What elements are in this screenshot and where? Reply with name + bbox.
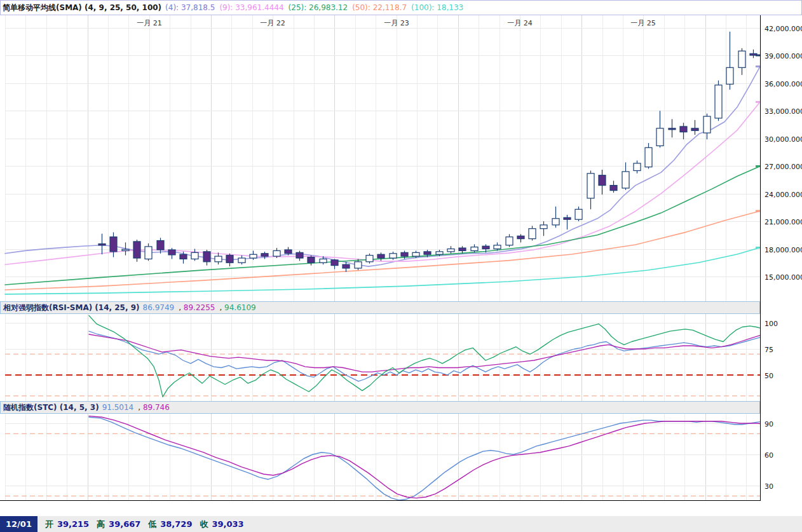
- svg-text:一月 24: 一月 24: [507, 19, 533, 27]
- candle-down: [377, 254, 384, 258]
- candle-up: [715, 85, 722, 118]
- candle-up: [215, 256, 222, 262]
- indicator-value: (100): 18,133: [411, 3, 463, 12]
- svg-text:一月 25: 一月 25: [630, 19, 656, 27]
- sma-line: [5, 211, 760, 290]
- status-bar: 12/01 开39,215高39,667低38,729收39,033: [0, 516, 802, 532]
- svg-text:30: 30: [765, 482, 773, 491]
- candle-down: [424, 252, 431, 254]
- trading-chart-window: 42,000.000039,000.000036,000.000033,000.…: [0, 0, 802, 532]
- ohlc-fields: 开39,215高39,667低38,729收39,033: [45, 519, 252, 530]
- sma-title: 简单移动平均线(SMA) (4, 9, 25, 50, 100): [3, 3, 161, 13]
- rsi-vgrid: [6, 314, 747, 401]
- rsi-line: [89, 331, 760, 381]
- svg-text:一月 21: 一月 21: [137, 19, 162, 27]
- candle-up: [320, 259, 327, 263]
- ohlc-label: 收: [200, 519, 208, 529]
- stc-hgrid: 906030: [5, 420, 773, 491]
- candle-up: [645, 147, 652, 167]
- candle-up: [540, 225, 547, 229]
- candle-down: [99, 244, 105, 245]
- svg-text:42,000.0000: 42,000.0000: [765, 25, 802, 33]
- indicator-value: 86.9749: [143, 303, 175, 312]
- stc-indicator-header: 随机指数(STC) (14, 5, 3) 91.5014, 89.746: [0, 401, 760, 414]
- price-vgrid: [6, 15, 747, 301]
- value-separator: ,: [179, 303, 184, 312]
- candle-down: [610, 186, 617, 191]
- candle-up: [494, 245, 501, 249]
- indicator-value: (50): 22,118.7: [352, 3, 407, 12]
- candle-up: [355, 262, 362, 268]
- svg-text:33,000.0000: 33,000.0000: [765, 107, 802, 116]
- stc-levels: [5, 433, 760, 496]
- candle-up: [366, 256, 373, 262]
- candle-up: [634, 163, 641, 171]
- candle-down: [285, 250, 292, 254]
- candle-down: [564, 217, 571, 219]
- ohlc-value: 39,667: [109, 519, 140, 529]
- rsi-line: [89, 316, 760, 397]
- candle-up: [587, 174, 594, 198]
- candle-up: [726, 67, 733, 84]
- svg-text:75: 75: [765, 346, 773, 354]
- candle-down: [691, 128, 698, 131]
- ohlc-label: 开: [45, 519, 53, 529]
- candle-up: [529, 229, 536, 239]
- candle-down: [401, 252, 408, 256]
- candle-down: [226, 256, 233, 263]
- stc-values: 91.5014, 89.746: [102, 403, 174, 412]
- ohlc-value: 39,215: [57, 519, 89, 529]
- rsi-values: 86.9749, 89.2255, 94.6109: [143, 303, 261, 312]
- candle-down: [261, 254, 268, 256]
- candle-down: [157, 241, 164, 250]
- candle-down: [110, 237, 117, 252]
- value-separator: ,: [138, 403, 143, 412]
- candle-down: [517, 236, 524, 238]
- svg-text:100: 100: [765, 320, 778, 328]
- candle-up: [703, 116, 710, 133]
- svg-text:21,000.0000: 21,000.0000: [765, 218, 802, 226]
- indicator-value: (4): 37,818.5: [165, 3, 215, 12]
- candle-up: [656, 128, 663, 146]
- x-axis-labels: 一月 21一月 22一月 23一月 24一月 25: [137, 19, 656, 27]
- stc-title: 随机指数(STC) (14, 5, 3): [3, 402, 99, 413]
- svg-text:50: 50: [765, 372, 773, 380]
- candle-down: [180, 254, 187, 259]
- rsi-hgrid: 1007550: [5, 320, 778, 380]
- rsi-title: 相对强弱指数(RSI-SMA) (14, 25, 9): [3, 303, 140, 313]
- candle-down: [343, 264, 350, 268]
- svg-text:24,000.0000: 24,000.0000: [765, 191, 802, 199]
- candle-down: [459, 248, 466, 250]
- svg-text:27,000.0000: 27,000.0000: [765, 163, 802, 171]
- svg-text:30,000.0000: 30,000.0000: [765, 135, 802, 144]
- value-separator: ,: [219, 303, 224, 312]
- candle-up: [622, 172, 629, 188]
- charts-canvas[interactable]: 42,000.000039,000.000036,000.000033,000.…: [0, 0, 802, 532]
- ohlc-label: 低: [148, 519, 156, 529]
- candle-up: [552, 219, 559, 225]
- sma-indicator-header: 简单移动平均线(SMA) (4, 9, 25, 50, 100) (4): 37…: [0, 0, 802, 15]
- candle-down: [133, 242, 140, 258]
- candle-down: [308, 257, 315, 263]
- sma-values: (4): 37,818.5(9): 33,961.4444(25): 26,98…: [165, 3, 468, 12]
- svg-text:15,000.0000: 15,000.0000: [765, 273, 802, 282]
- price-axis-line: [760, 15, 761, 501]
- svg-text:一月 23: 一月 23: [384, 19, 409, 27]
- candle-down: [482, 246, 489, 249]
- svg-text:18,000.0000: 18,000.0000: [765, 246, 802, 254]
- candle-up: [436, 252, 443, 254]
- candle-down: [599, 175, 606, 186]
- rsi-line: [89, 334, 760, 372]
- candle-up: [238, 258, 245, 263]
- candle-down: [331, 260, 338, 266]
- candle-down: [296, 252, 303, 258]
- candle-up: [412, 252, 419, 256]
- stc-panel-bottom-border: [0, 500, 760, 501]
- rsi-indicator-header: 相对强弱指数(RSI-SMA) (14, 25, 9) 86.9749, 89.…: [0, 301, 760, 314]
- stc-line: [89, 417, 760, 500]
- sma-line: [5, 102, 760, 264]
- indicator-value: 89.2255: [184, 303, 215, 312]
- indicator-value: 91.5014: [102, 403, 134, 412]
- svg-text:36,000.0000: 36,000.0000: [765, 80, 802, 88]
- candle-up: [145, 247, 152, 259]
